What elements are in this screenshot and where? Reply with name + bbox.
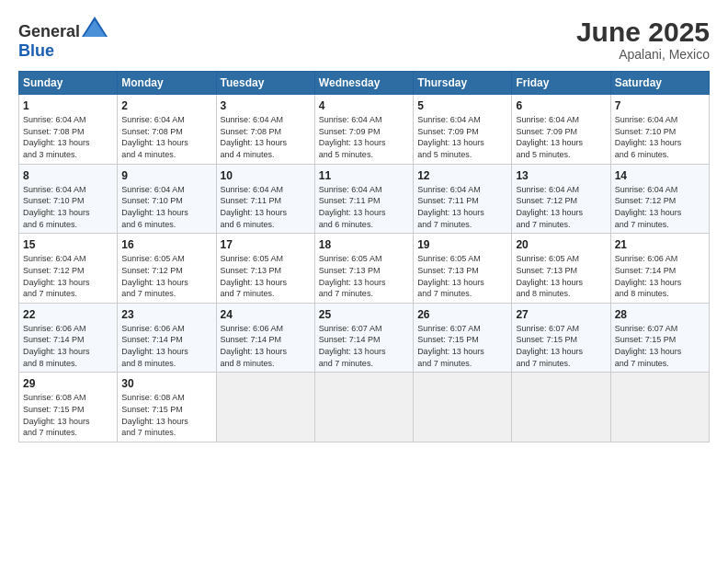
- day-cell-14: 14Sunrise: 6:04 AM Sunset: 7:12 PM Dayli…: [610, 164, 709, 234]
- day-cell-21: 21Sunrise: 6:06 AM Sunset: 7:14 PM Dayli…: [610, 234, 709, 304]
- day-info: Sunrise: 6:07 AM Sunset: 7:14 PM Dayligh…: [319, 323, 409, 369]
- empty-cell: [414, 373, 512, 442]
- day-info: Sunrise: 6:08 AM Sunset: 7:15 PM Dayligh…: [121, 392, 211, 438]
- day-number: 17: [221, 237, 311, 252]
- calendar-table: SundayMondayTuesdayWednesdayThursdayFrid…: [18, 71, 710, 442]
- day-info: Sunrise: 6:05 AM Sunset: 7:13 PM Dayligh…: [319, 253, 409, 299]
- day-cell-5: 5Sunrise: 6:04 AM Sunset: 7:09 PM Daylig…: [414, 95, 512, 165]
- day-number: 12: [417, 168, 507, 183]
- day-number: 30: [121, 376, 211, 391]
- day-cell-1: 1Sunrise: 6:04 AM Sunset: 7:08 PM Daylig…: [19, 95, 118, 165]
- day-info: Sunrise: 6:04 AM Sunset: 7:10 PM Dayligh…: [615, 114, 705, 160]
- day-info: Sunrise: 6:08 AM Sunset: 7:15 PM Dayligh…: [23, 392, 113, 438]
- empty-cell: [314, 373, 413, 442]
- day-cell-27: 27Sunrise: 6:07 AM Sunset: 7:15 PM Dayli…: [512, 303, 610, 373]
- day-cell-10: 10Sunrise: 6:04 AM Sunset: 7:11 PM Dayli…: [216, 164, 314, 234]
- day-cell-13: 13Sunrise: 6:04 AM Sunset: 7:12 PM Dayli…: [512, 164, 610, 234]
- day-cell-30: 30Sunrise: 6:08 AM Sunset: 7:15 PM Dayli…: [118, 373, 216, 442]
- day-number: 10: [221, 168, 311, 183]
- day-number: 19: [417, 237, 507, 252]
- day-info: Sunrise: 6:04 AM Sunset: 7:12 PM Dayligh…: [516, 184, 606, 230]
- col-header-friday: Friday: [512, 72, 610, 95]
- day-number: 9: [121, 168, 211, 183]
- day-cell-20: 20Sunrise: 6:05 AM Sunset: 7:13 PM Dayli…: [512, 234, 610, 304]
- empty-cell: [512, 373, 610, 442]
- day-cell-3: 3Sunrise: 6:04 AM Sunset: 7:08 PM Daylig…: [216, 95, 314, 165]
- day-cell-18: 18Sunrise: 6:05 AM Sunset: 7:13 PM Dayli…: [314, 234, 413, 304]
- calendar-header-row: SundayMondayTuesdayWednesdayThursdayFrid…: [19, 72, 710, 95]
- day-info: Sunrise: 6:04 AM Sunset: 7:12 PM Dayligh…: [23, 253, 113, 299]
- day-info: Sunrise: 6:06 AM Sunset: 7:14 PM Dayligh…: [23, 323, 113, 369]
- day-number: 15: [23, 237, 113, 252]
- month-title: June 2025: [576, 17, 710, 47]
- day-cell-6: 6Sunrise: 6:04 AM Sunset: 7:09 PM Daylig…: [512, 95, 610, 165]
- day-number: 24: [221, 307, 311, 322]
- day-number: 1: [23, 98, 113, 113]
- day-cell-25: 25Sunrise: 6:07 AM Sunset: 7:14 PM Dayli…: [314, 303, 413, 373]
- day-cell-2: 2Sunrise: 6:04 AM Sunset: 7:08 PM Daylig…: [118, 95, 216, 165]
- col-header-saturday: Saturday: [610, 72, 709, 95]
- day-number: 25: [319, 307, 409, 322]
- day-number: 28: [615, 307, 705, 322]
- day-cell-4: 4Sunrise: 6:04 AM Sunset: 7:09 PM Daylig…: [314, 95, 413, 165]
- day-cell-12: 12Sunrise: 6:04 AM Sunset: 7:11 PM Dayli…: [414, 164, 512, 234]
- day-info: Sunrise: 6:06 AM Sunset: 7:14 PM Dayligh…: [221, 323, 311, 369]
- day-info: Sunrise: 6:05 AM Sunset: 7:13 PM Dayligh…: [516, 253, 606, 299]
- day-info: Sunrise: 6:06 AM Sunset: 7:14 PM Dayligh…: [121, 323, 211, 369]
- calendar-page: General Blue June 2025 Apalani, Mexico S…: [0, 0, 728, 563]
- day-cell-8: 8Sunrise: 6:04 AM Sunset: 7:10 PM Daylig…: [19, 164, 118, 234]
- header: General Blue June 2025 Apalani, Mexico: [18, 17, 710, 62]
- col-header-thursday: Thursday: [414, 72, 512, 95]
- day-cell-29: 29Sunrise: 6:08 AM Sunset: 7:15 PM Dayli…: [19, 373, 118, 442]
- day-info: Sunrise: 6:07 AM Sunset: 7:15 PM Dayligh…: [615, 323, 705, 369]
- day-cell-24: 24Sunrise: 6:06 AM Sunset: 7:14 PM Dayli…: [216, 303, 314, 373]
- day-cell-7: 7Sunrise: 6:04 AM Sunset: 7:10 PM Daylig…: [610, 95, 709, 165]
- day-number: 5: [417, 98, 507, 113]
- day-number: 6: [516, 98, 606, 113]
- day-number: 13: [516, 168, 606, 183]
- day-cell-15: 15Sunrise: 6:04 AM Sunset: 7:12 PM Dayli…: [19, 234, 118, 304]
- day-cell-9: 9Sunrise: 6:04 AM Sunset: 7:10 PM Daylig…: [118, 164, 216, 234]
- day-info: Sunrise: 6:04 AM Sunset: 7:11 PM Dayligh…: [221, 184, 311, 230]
- title-block: June 2025 Apalani, Mexico: [576, 17, 710, 62]
- day-info: Sunrise: 6:05 AM Sunset: 7:13 PM Dayligh…: [417, 253, 507, 299]
- empty-cell: [610, 373, 709, 442]
- day-number: 2: [121, 98, 211, 113]
- col-header-sunday: Sunday: [19, 72, 118, 95]
- day-cell-11: 11Sunrise: 6:04 AM Sunset: 7:11 PM Dayli…: [314, 164, 413, 234]
- day-cell-23: 23Sunrise: 6:06 AM Sunset: 7:14 PM Dayli…: [118, 303, 216, 373]
- logo-blue: Blue: [18, 41, 54, 60]
- week-row-4: 22Sunrise: 6:06 AM Sunset: 7:14 PM Dayli…: [19, 303, 710, 373]
- day-info: Sunrise: 6:04 AM Sunset: 7:10 PM Dayligh…: [23, 184, 113, 230]
- day-info: Sunrise: 6:04 AM Sunset: 7:08 PM Dayligh…: [23, 114, 113, 160]
- day-cell-26: 26Sunrise: 6:07 AM Sunset: 7:15 PM Dayli…: [414, 303, 512, 373]
- col-header-tuesday: Tuesday: [216, 72, 314, 95]
- day-cell-28: 28Sunrise: 6:07 AM Sunset: 7:15 PM Dayli…: [610, 303, 709, 373]
- day-number: 14: [615, 168, 705, 183]
- day-info: Sunrise: 6:04 AM Sunset: 7:12 PM Dayligh…: [615, 184, 705, 230]
- day-number: 21: [615, 237, 705, 252]
- day-info: Sunrise: 6:05 AM Sunset: 7:13 PM Dayligh…: [221, 253, 311, 299]
- day-info: Sunrise: 6:04 AM Sunset: 7:09 PM Dayligh…: [417, 114, 507, 160]
- day-info: Sunrise: 6:04 AM Sunset: 7:10 PM Dayligh…: [121, 184, 211, 230]
- day-number: 29: [23, 376, 113, 391]
- day-number: 7: [615, 98, 705, 113]
- day-info: Sunrise: 6:06 AM Sunset: 7:14 PM Dayligh…: [615, 253, 705, 299]
- day-info: Sunrise: 6:04 AM Sunset: 7:11 PM Dayligh…: [319, 184, 409, 230]
- logo-general: General: [18, 22, 80, 40]
- week-row-5: 29Sunrise: 6:08 AM Sunset: 7:15 PM Dayli…: [19, 373, 710, 442]
- logo-icon: [82, 17, 108, 37]
- day-number: 20: [516, 237, 606, 252]
- col-header-monday: Monday: [118, 72, 216, 95]
- day-number: 8: [23, 168, 113, 183]
- day-number: 4: [319, 98, 409, 113]
- day-info: Sunrise: 6:07 AM Sunset: 7:15 PM Dayligh…: [417, 323, 507, 369]
- day-info: Sunrise: 6:04 AM Sunset: 7:11 PM Dayligh…: [417, 184, 507, 230]
- day-info: Sunrise: 6:04 AM Sunset: 7:08 PM Dayligh…: [221, 114, 311, 160]
- day-cell-16: 16Sunrise: 6:05 AM Sunset: 7:12 PM Dayli…: [118, 234, 216, 304]
- day-info: Sunrise: 6:04 AM Sunset: 7:09 PM Dayligh…: [319, 114, 409, 160]
- day-cell-22: 22Sunrise: 6:06 AM Sunset: 7:14 PM Dayli…: [19, 303, 118, 373]
- day-number: 22: [23, 307, 113, 322]
- location: Apalani, Mexico: [576, 47, 710, 62]
- logo-text: General Blue: [18, 17, 108, 61]
